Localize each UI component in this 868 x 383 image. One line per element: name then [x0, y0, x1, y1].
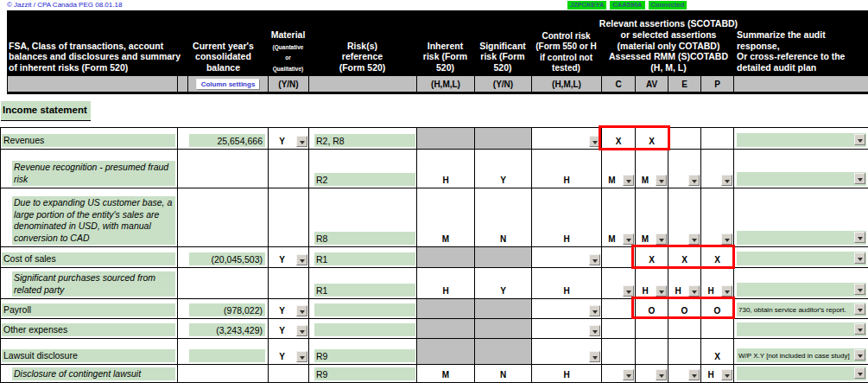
balance-value[interactable]: (3,243,429): [189, 323, 266, 336]
significant-risk-cell[interactable]: N: [475, 188, 532, 247]
balance-value[interactable]: (20,045,503): [189, 252, 266, 265]
assertion-p-cell[interactable]: [701, 150, 734, 188]
dropdown-button[interactable]: [854, 284, 865, 295]
inherent-risk-cell[interactable]: M: [417, 188, 475, 247]
dropdown-button[interactable]: [854, 323, 865, 335]
fsa-label[interactable]: Revenues: [2, 134, 175, 147]
significant-risk-cell[interactable]: N: [475, 365, 532, 383]
dropdown-button[interactable]: [296, 305, 307, 316]
assertion-p-cell[interactable]: [701, 188, 734, 247]
fsa-label-cell[interactable]: Payroll: [1, 299, 178, 319]
balance-cell[interactable]: (3,243,429): [188, 319, 269, 339]
dropdown-button[interactable]: [589, 254, 600, 265]
dropdown-button[interactable]: [854, 349, 865, 361]
dropdown-button[interactable]: [854, 252, 865, 264]
assertion-p-cell[interactable]: X: [701, 247, 734, 268]
dropdown-button[interactable]: [688, 175, 700, 186]
inherent-risk-cell[interactable]: M: [417, 365, 475, 383]
risk-description[interactable]: Due to expanding US customer base, a lar…: [12, 196, 175, 245]
dropdown-button[interactable]: [589, 136, 600, 147]
assertion-p-cell[interactable]: H: [701, 365, 734, 383]
material-cell[interactable]: Y: [269, 299, 309, 319]
risk-ref-value[interactable]: [314, 323, 415, 336]
assertion-p-cell[interactable]: O: [701, 299, 734, 319]
assertion-c-cell[interactable]: M: [602, 150, 636, 188]
dropdown-button[interactable]: [656, 285, 667, 297]
assertion-av-cell[interactable]: H: [636, 268, 668, 299]
assertion-p-cell[interactable]: [701, 128, 734, 150]
risk-ref-value[interactable]: R1: [314, 252, 415, 265]
audit-response-cell[interactable]: [734, 150, 868, 188]
dropdown-button[interactable]: [296, 351, 307, 362]
fsa-label-cell[interactable]: Other expenses: [1, 319, 178, 339]
audit-response-cell[interactable]: [734, 365, 868, 383]
assertion-p-cell[interactable]: X: [701, 339, 734, 365]
control-risk-cell[interactable]: [532, 339, 602, 365]
balance-cell[interactable]: (978,022): [188, 299, 269, 319]
assertion-c-cell[interactable]: M: [602, 188, 636, 247]
audit-response-cell[interactable]: [734, 247, 868, 268]
assertion-c-cell[interactable]: [602, 339, 636, 365]
risk-ref-value[interactable]: R9: [314, 367, 415, 380]
risk-ref-value[interactable]: R2: [314, 173, 415, 186]
inherent-risk-cell[interactable]: H: [417, 150, 475, 188]
risk-ref-cell[interactable]: R8: [309, 188, 417, 247]
control-risk-cell[interactable]: H: [532, 268, 602, 299]
audit-response-cell[interactable]: [734, 319, 868, 339]
risk-ref-cell[interactable]: R2, R8: [309, 128, 417, 150]
control-risk-cell[interactable]: H: [532, 188, 602, 247]
dropdown-button[interactable]: [854, 173, 865, 184]
risk-ref-value[interactable]: R9: [314, 349, 415, 362]
risk-ref-cell[interactable]: [309, 319, 417, 339]
risk-ref-cell[interactable]: R9: [309, 365, 417, 383]
dropdown-button[interactable]: [589, 305, 600, 316]
assertion-c-cell[interactable]: [602, 247, 636, 268]
assertion-av-cell[interactable]: O: [636, 299, 668, 319]
material-cell[interactable]: Y: [269, 247, 309, 268]
dropdown-button[interactable]: [656, 175, 667, 186]
assertion-p-cell[interactable]: [701, 319, 734, 339]
inherent-risk-cell[interactable]: H: [417, 268, 475, 299]
dropdown-button[interactable]: [721, 175, 732, 186]
material-cell[interactable]: Y: [269, 128, 309, 150]
dropdown-button[interactable]: [589, 351, 600, 362]
balance-cell[interactable]: [188, 339, 269, 365]
assertion-av-cell[interactable]: M: [636, 150, 668, 188]
material-cell[interactable]: Y: [269, 339, 309, 365]
material-cell[interactable]: Y: [269, 319, 309, 339]
assertion-av-cell[interactable]: [636, 365, 668, 383]
fsa-label-cell[interactable]: Disclosure of contingent lawsuit: [1, 365, 178, 383]
risk-description[interactable]: Disclosure of contingent lawsuit: [12, 367, 175, 380]
audit-response-cell[interactable]: W/P X.Y [not included in case study]: [734, 339, 868, 365]
dropdown-button[interactable]: [688, 369, 700, 380]
audit-response-cell[interactable]: [734, 268, 868, 299]
audit-response-cell[interactable]: [734, 188, 868, 247]
control-risk-cell[interactable]: H: [532, 150, 602, 188]
audit-response-cell[interactable]: [734, 128, 868, 150]
fsa-label[interactable]: Lawsuit disclosure: [2, 349, 175, 362]
assertion-e-cell[interactable]: O: [668, 299, 701, 319]
column-settings-button[interactable]: Column settings: [196, 79, 261, 90]
dropdown-button[interactable]: [589, 325, 600, 336]
control-risk-cell[interactable]: [532, 319, 602, 339]
fsa-label[interactable]: Cost of sales: [2, 252, 175, 265]
assertion-e-cell[interactable]: [668, 365, 701, 383]
risk-ref-value[interactable]: R8: [314, 232, 415, 245]
significant-risk-cell[interactable]: Y: [475, 150, 532, 188]
audit-response-cell[interactable]: 730, obtain service auditor's report.: [734, 299, 868, 319]
risk-description[interactable]: Significant purchases sourced from relat…: [12, 271, 175, 297]
assertion-e-cell[interactable]: [668, 339, 701, 365]
assertion-c-cell[interactable]: [602, 365, 636, 383]
risk-ref-cell[interactable]: [309, 299, 417, 319]
risk-ref-value[interactable]: [314, 303, 415, 316]
dropdown-button[interactable]: [296, 136, 307, 147]
dropdown-button[interactable]: [854, 232, 865, 243]
dropdown-button[interactable]: [688, 233, 700, 245]
dropdown-button[interactable]: [656, 369, 667, 380]
risk-ref-cell[interactable]: R9: [309, 339, 417, 365]
assertion-p-cell[interactable]: H: [701, 268, 734, 299]
assertion-av-cell[interactable]: X: [636, 128, 668, 150]
fsa-label-cell[interactable]: Revenues: [1, 128, 178, 150]
dropdown-button[interactable]: [623, 369, 634, 380]
control-risk-cell[interactable]: [532, 128, 602, 150]
